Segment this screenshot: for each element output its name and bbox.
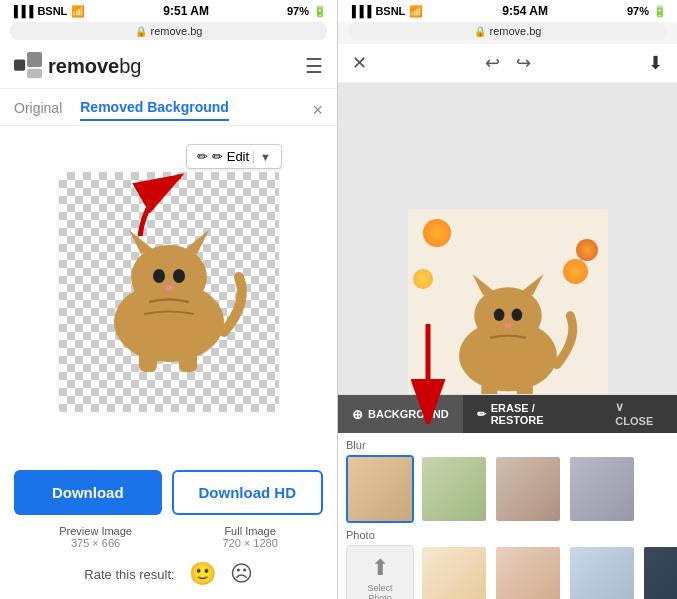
svg-marker-15 bbox=[472, 273, 494, 294]
thumb-blur-4[interactable] bbox=[568, 455, 636, 523]
cat-svg bbox=[79, 202, 259, 382]
close-editor-button[interactable]: ✕ bbox=[352, 52, 367, 74]
thumb-photo-3[interactable] bbox=[494, 545, 562, 599]
preview-size: 375 × 666 bbox=[59, 537, 132, 549]
full-info: Full Image 720 × 1280 bbox=[222, 525, 277, 549]
undo-button[interactable]: ↩ bbox=[485, 52, 500, 74]
tab-erase-label: ERASE / RESTORE bbox=[491, 402, 590, 426]
thumb-blur-1-img bbox=[348, 457, 412, 521]
left-status-left: ▐▐▐ BSNL 📶 bbox=[10, 5, 85, 18]
hamburger-menu[interactable]: ☰ bbox=[305, 56, 323, 76]
download-button[interactable]: Download bbox=[14, 470, 162, 515]
rate-label: Rate this result: bbox=[84, 567, 174, 582]
chevron-close-icon: ∨ bbox=[615, 400, 624, 414]
preview-info: Preview Image 375 × 666 bbox=[59, 525, 132, 549]
logo-icon bbox=[14, 52, 42, 80]
header-left: removebg ☰ bbox=[0, 44, 337, 89]
upload-icon: ⬆ bbox=[371, 555, 389, 581]
tabs-row: Original Removed Background × bbox=[0, 89, 337, 126]
redo-button[interactable]: ↪ bbox=[516, 52, 531, 74]
toolbar-left: ✕ bbox=[352, 52, 367, 74]
left-status-right: 97% 🔋 bbox=[287, 5, 327, 18]
thumb-blur-3[interactable] bbox=[494, 455, 562, 523]
right-status-left: ▐▐▐ BSNL 📶 bbox=[348, 5, 423, 18]
edit-button[interactable]: ✏ ✏ Edit ▼ bbox=[186, 144, 282, 169]
right-status-bar: ▐▐▐ BSNL 📶 9:54 AM 97% 🔋 bbox=[338, 0, 677, 22]
full-label: Full Image bbox=[222, 525, 277, 537]
thumb-blur-4-img bbox=[570, 457, 634, 521]
svg-rect-1 bbox=[27, 52, 42, 67]
svg-marker-5 bbox=[129, 230, 154, 254]
orange-deco-1 bbox=[423, 219, 451, 247]
thumb-photo-5-img bbox=[644, 547, 677, 599]
thumb-photo-2-img bbox=[422, 547, 486, 599]
thumb-photo-4[interactable] bbox=[568, 545, 636, 599]
wifi-icon-right: 📶 bbox=[409, 5, 423, 18]
tab-background[interactable]: ⊕ BACKGROUND bbox=[338, 395, 463, 433]
save-download-button[interactable]: ⬇ bbox=[648, 52, 663, 74]
photo-thumbnails: ⬆ Select Photo bbox=[346, 545, 669, 599]
signal-icon: ▐▐▐ bbox=[10, 5, 33, 17]
tab-close-button[interactable]: × bbox=[312, 100, 323, 121]
tab-original[interactable]: Original bbox=[14, 100, 62, 120]
happy-emoji[interactable]: 🙂 bbox=[189, 561, 216, 587]
svg-point-19 bbox=[504, 322, 511, 327]
tab-close-panel[interactable]: ∨ CLOSE bbox=[603, 400, 677, 428]
svg-point-17 bbox=[493, 308, 504, 320]
toolbar-center: ↩ ↪ bbox=[485, 52, 531, 74]
carrier-label: BSNL bbox=[37, 5, 67, 17]
url-bar-right[interactable]: 🔒 remove.bg bbox=[348, 22, 667, 40]
svg-marker-6 bbox=[184, 230, 209, 254]
bottom-panel: ⊕ BACKGROUND ✏ ERASE / RESTORE ∨ CLOSE B… bbox=[338, 394, 677, 599]
image-info-row: Preview Image 375 × 666 Full Image 720 ×… bbox=[0, 521, 337, 553]
url-bar-left[interactable]: 🔒 remove.bg bbox=[10, 22, 327, 40]
bottom-tabs: ⊕ BACKGROUND ✏ ERASE / RESTORE ∨ CLOSE bbox=[338, 395, 677, 433]
logo-text: removebg bbox=[48, 55, 141, 78]
edit-label: ✏ Edit bbox=[212, 149, 249, 164]
tab-background-label: BACKGROUND bbox=[368, 408, 449, 420]
svg-point-18 bbox=[511, 308, 522, 320]
full-size: 720 × 1280 bbox=[222, 537, 277, 549]
blur-thumbnails bbox=[346, 455, 669, 523]
right-status-right: 97% 🔋 bbox=[627, 5, 667, 18]
logo-remove: remove bbox=[48, 55, 119, 77]
battery-icon-right: 🔋 bbox=[653, 5, 667, 18]
image-container: ✏ ✏ Edit ▼ bbox=[0, 126, 337, 458]
left-panel: ▐▐▐ BSNL 📶 9:51 AM 97% 🔋 🔒 remove.bg rem… bbox=[0, 0, 338, 599]
edit-dropdown-arrow[interactable]: ▼ bbox=[253, 151, 271, 163]
thumb-photo-5[interactable] bbox=[642, 545, 677, 599]
svg-rect-10 bbox=[139, 350, 157, 372]
blur-section-label: Blur bbox=[346, 439, 669, 451]
tab-erase-restore[interactable]: ✏ ERASE / RESTORE bbox=[463, 395, 604, 433]
thumbnails-section: Blur Photo ⬆ Select Photo bbox=[338, 433, 677, 599]
thumb-blur-2-img bbox=[422, 457, 486, 521]
left-status-bar: ▐▐▐ BSNL 📶 9:51 AM 97% 🔋 bbox=[0, 0, 337, 22]
right-toolbar: ✕ ↩ ↪ ⬇ bbox=[338, 44, 677, 83]
lock-icon-right: 🔒 bbox=[474, 26, 486, 37]
select-photo-button[interactable]: ⬆ Select Photo bbox=[346, 545, 414, 599]
pencil-icon: ✏ bbox=[197, 149, 208, 164]
svg-rect-2 bbox=[27, 69, 42, 78]
eraser-icon: ✏ bbox=[477, 408, 486, 421]
upload-label: Select Photo bbox=[367, 583, 392, 599]
thumb-blur-1[interactable] bbox=[346, 455, 414, 523]
lock-icon-left: 🔒 bbox=[135, 26, 147, 37]
tab-removed[interactable]: Removed Background bbox=[80, 99, 229, 121]
tab-close-label: CLOSE bbox=[615, 415, 653, 427]
photo-section-label: Photo bbox=[346, 529, 669, 541]
download-hd-button[interactable]: Download HD bbox=[172, 470, 324, 515]
thumb-photo-3-img bbox=[496, 547, 560, 599]
thumb-blur-3-img bbox=[496, 457, 560, 521]
cat-image-preview bbox=[59, 172, 279, 412]
svg-rect-11 bbox=[179, 350, 197, 372]
signal-icon-right: ▐▐▐ bbox=[348, 5, 371, 17]
rate-section: Rate this result: 🙂 ☹ bbox=[0, 553, 337, 599]
svg-point-7 bbox=[153, 269, 165, 283]
right-time: 9:54 AM bbox=[502, 4, 548, 18]
battery-percent-left: 97% bbox=[287, 5, 309, 17]
thumb-blur-2[interactable] bbox=[420, 455, 488, 523]
right-panel: ▐▐▐ BSNL 📶 9:54 AM 97% 🔋 🔒 remove.bg ✕ ↩… bbox=[338, 0, 677, 599]
sad-emoji[interactable]: ☹ bbox=[230, 561, 253, 587]
layers-icon: ⊕ bbox=[352, 407, 363, 422]
thumb-photo-2[interactable] bbox=[420, 545, 488, 599]
